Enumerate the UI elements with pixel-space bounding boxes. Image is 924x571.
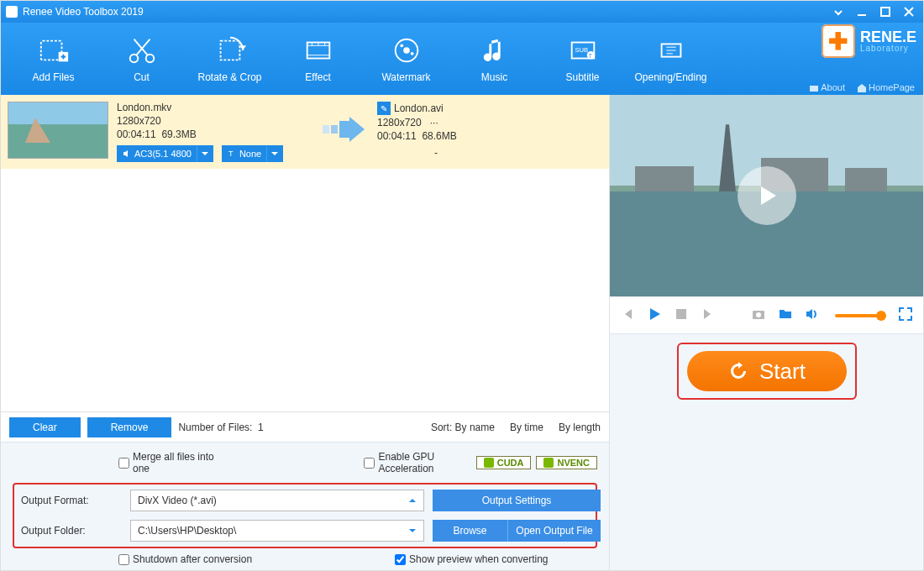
text-icon: T bbox=[228, 149, 236, 158]
svg-rect-34 bbox=[323, 125, 329, 134]
source-info: London.mkv 1280x720 00:04:11 69.3MB AC3(… bbox=[117, 102, 310, 162]
subtitle-codec-dropdown[interactable]: TNone bbox=[222, 145, 283, 162]
sort-by-length[interactable]: By length bbox=[559, 422, 601, 433]
speaker-icon bbox=[123, 149, 131, 158]
gpu-checkbox[interactable]: Enable GPU Acceleration bbox=[364, 451, 464, 474]
chevron-down-icon bbox=[270, 149, 279, 158]
open-folder-button[interactable] bbox=[778, 306, 793, 325]
target-info: ✎London.avi 1280x720 ··· 00:04:11 68.6MB… bbox=[377, 102, 570, 159]
about-link[interactable]: About bbox=[809, 82, 845, 93]
watermark-label: Watermark bbox=[381, 71, 430, 83]
audio-codec-dropdown[interactable]: AC3(5.1 4800 bbox=[117, 145, 213, 162]
svg-rect-35 bbox=[331, 125, 338, 134]
output-panel: Merge all files into one Enable GPU Acce… bbox=[1, 442, 609, 571]
sort-by-name[interactable]: By name bbox=[455, 422, 495, 433]
speaker-icon bbox=[805, 306, 820, 322]
output-format-label: Output Format: bbox=[21, 495, 122, 506]
crop-icon bbox=[214, 34, 246, 66]
brand-name: RENE.E bbox=[860, 29, 916, 45]
sort-controls: Sort: By name By time By length bbox=[431, 422, 601, 433]
snapshot-button[interactable] bbox=[751, 306, 766, 325]
source-resolution: 1280x720 bbox=[117, 115, 310, 127]
opening-ending-button[interactable]: Opening/Ending bbox=[627, 34, 715, 83]
effect-button[interactable]: Effect bbox=[274, 34, 362, 83]
output-format-combo[interactable]: DivX Video (*.avi) bbox=[130, 490, 424, 511]
music-label: Music bbox=[481, 71, 507, 83]
cut-button[interactable]: Cut bbox=[97, 34, 186, 83]
subtitle-button[interactable]: SUBT Subtitle bbox=[538, 34, 627, 83]
add-files-button[interactable]: Add Files bbox=[9, 34, 97, 83]
output-folder-combo[interactable]: C:\Users\HP\Desktop\ bbox=[130, 520, 424, 542]
merge-checkbox[interactable]: Merge all files into one bbox=[118, 451, 221, 474]
svg-rect-1 bbox=[881, 8, 890, 16]
sort-by-time[interactable]: By time bbox=[510, 422, 543, 433]
svg-point-23 bbox=[410, 52, 413, 55]
prev-button[interactable] bbox=[620, 306, 635, 325]
preview-play-button[interactable] bbox=[738, 166, 796, 225]
target-placeholder: - bbox=[411, 144, 461, 159]
subtitle-icon: SUBT bbox=[567, 34, 599, 66]
start-button[interactable]: Start bbox=[687, 351, 847, 391]
play-button[interactable] bbox=[647, 306, 662, 325]
volume-button[interactable] bbox=[805, 306, 820, 325]
skip-next-icon bbox=[701, 306, 716, 322]
svg-text:SUB: SUB bbox=[575, 46, 588, 54]
app-title: Renee Video Toolbox 2019 bbox=[23, 6, 144, 18]
sort-label: Sort: By name bbox=[431, 422, 495, 433]
play-icon bbox=[647, 306, 662, 322]
source-duration-size: 00:04:11 69.3MB bbox=[117, 128, 310, 140]
homepage-link[interactable]: HomePage bbox=[857, 82, 915, 93]
svg-text:T: T bbox=[228, 149, 234, 158]
remove-button[interactable]: Remove bbox=[87, 417, 172, 437]
menu-dropdown-button[interactable] bbox=[829, 6, 848, 18]
fullscreen-button[interactable] bbox=[898, 306, 913, 325]
nvidia-icon bbox=[543, 458, 554, 468]
open-output-button[interactable]: Open Output File bbox=[508, 520, 601, 542]
show-preview-checkbox[interactable]: Show preview when converting bbox=[395, 553, 548, 565]
edit-icon[interactable]: ✎ bbox=[377, 102, 391, 115]
close-button[interactable] bbox=[900, 6, 918, 18]
stop-icon bbox=[674, 306, 689, 322]
start-area: Start bbox=[610, 333, 923, 403]
watermark-button[interactable]: Watermark bbox=[362, 34, 450, 83]
chevron-down-icon bbox=[408, 526, 417, 535]
clear-button[interactable]: Clear bbox=[9, 417, 81, 437]
svg-text:T: T bbox=[588, 53, 591, 59]
output-folder-label: Output Folder: bbox=[21, 525, 122, 537]
start-label: Start bbox=[759, 359, 806, 385]
chevron-up-icon bbox=[408, 496, 417, 505]
minimize-button[interactable] bbox=[853, 6, 871, 18]
folder-icon bbox=[778, 306, 793, 322]
nvidia-icon bbox=[484, 458, 494, 468]
add-files-icon bbox=[38, 34, 70, 66]
target-duration-size: 00:04:11 68.6MB bbox=[377, 130, 570, 142]
app-icon bbox=[6, 6, 18, 18]
svg-point-9 bbox=[145, 55, 154, 63]
opening-ending-icon bbox=[655, 34, 687, 66]
output-form-highlight: Output Format: DivX Video (*.avi) Output… bbox=[13, 483, 597, 548]
subtitle-label: Subtitle bbox=[565, 71, 599, 83]
add-files-label: Add Files bbox=[32, 71, 74, 83]
effect-icon bbox=[302, 34, 334, 66]
browse-button[interactable]: Browse bbox=[433, 520, 508, 542]
skip-prev-icon bbox=[620, 306, 635, 322]
title-bar: Renee Video Toolbox 2019 bbox=[1, 1, 923, 23]
refresh-icon bbox=[727, 360, 749, 382]
source-thumbnail bbox=[8, 102, 108, 159]
start-highlight: Start bbox=[677, 343, 857, 400]
volume-slider[interactable] bbox=[835, 314, 883, 317]
next-button[interactable] bbox=[701, 306, 716, 325]
brand-bag-icon: ✚ bbox=[822, 24, 855, 58]
main-toolbar: Add Files Cut Rotate & Crop Effect Water… bbox=[1, 23, 923, 95]
file-row[interactable]: London.mkv 1280x720 00:04:11 69.3MB AC3(… bbox=[1, 95, 609, 169]
preview-area bbox=[610, 95, 923, 296]
maximize-button[interactable] bbox=[876, 6, 895, 18]
rotate-crop-button[interactable]: Rotate & Crop bbox=[186, 34, 274, 83]
stop-button[interactable] bbox=[674, 306, 689, 325]
brand-sub: Laboratory bbox=[860, 45, 916, 53]
media-controls bbox=[610, 296, 923, 333]
svg-point-22 bbox=[400, 44, 403, 47]
shutdown-checkbox[interactable]: Shutdown after conversion bbox=[118, 553, 252, 565]
music-button[interactable]: Music bbox=[450, 34, 538, 83]
output-settings-button[interactable]: Output Settings bbox=[433, 490, 601, 511]
